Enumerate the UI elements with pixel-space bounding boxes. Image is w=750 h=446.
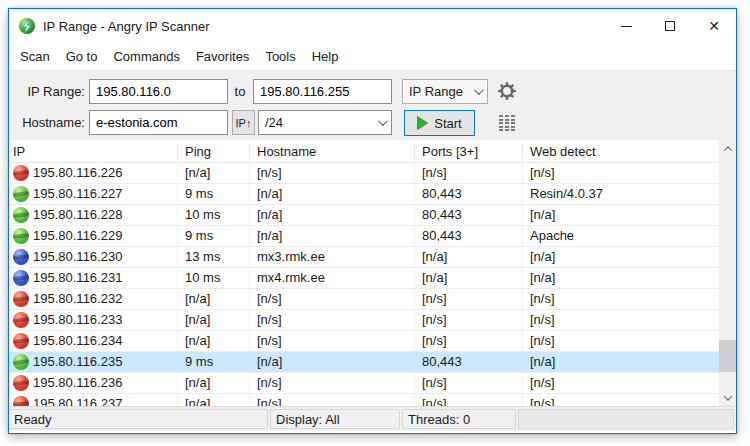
web-detect-cell: Resin/4.0.37 xyxy=(523,184,719,204)
ip-cell: 195.80.116.237 xyxy=(33,394,122,406)
column-header[interactable]: Ports [3+] xyxy=(415,144,523,159)
ping-cell: [n/a] xyxy=(178,310,250,330)
table-row[interactable]: 195.80.116.232 [n/a] [n/s] [n/s] [n/s] xyxy=(9,289,736,310)
ping-cell: [n/a] xyxy=(178,163,250,183)
ping-cell: [n/a] xyxy=(178,289,250,309)
ping-cell: [n/a] xyxy=(178,394,250,406)
ping-cell: 9 ms xyxy=(178,184,250,204)
menu-item-favorites[interactable]: Favorites xyxy=(188,45,257,68)
ping-cell: 9 ms xyxy=(178,352,250,372)
table-row[interactable]: 195.80.116.227 9 ms [n/a] 80,443 Resin/4… xyxy=(9,184,736,205)
ip-cell: 195.80.116.228 xyxy=(33,205,122,225)
table-row[interactable]: 195.80.116.230 13 ms mx3.rmk.ee [n/a] [n… xyxy=(9,247,736,268)
feed-type-select[interactable]: IP Range xyxy=(402,79,488,104)
table-row[interactable]: 195.80.116.236 [n/a] [n/s] [n/s] [n/s] xyxy=(9,373,736,394)
hostname-cell: mx4.rmk.ee xyxy=(250,268,415,288)
start-button[interactable]: Start xyxy=(404,110,475,136)
close-icon: ✕ xyxy=(708,19,720,33)
ports-cell: [n/s] xyxy=(415,163,523,183)
column-header[interactable]: Hostname xyxy=(250,144,415,159)
menu-item-commands[interactable]: Commands xyxy=(105,45,187,68)
menu-item-help[interactable]: Help xyxy=(304,45,347,68)
table-row[interactable]: 195.80.116.226 [n/a] [n/s] [n/s] [n/s] xyxy=(9,163,736,184)
hostname-cell: [n/a] xyxy=(250,205,415,225)
hostname-cell: mx3.rmk.ee xyxy=(250,247,415,267)
menu-item-scan[interactable]: Scan xyxy=(12,45,58,68)
hostname-cell: [n/a] xyxy=(250,226,415,246)
hostname-input[interactable] xyxy=(89,110,228,135)
chevron-down-icon xyxy=(723,392,731,400)
table-row[interactable]: 195.80.116.234 [n/a] [n/s] [n/s] [n/s] xyxy=(9,331,736,352)
host-status-icon xyxy=(13,207,29,223)
status-bar: Ready Display: All Threads: 0 xyxy=(9,406,736,431)
ip-cell: 195.80.116.233 xyxy=(33,310,122,330)
table-row[interactable]: 195.80.116.231 10 ms mx4.rmk.ee [n/a] [n… xyxy=(9,268,736,289)
host-status-icon xyxy=(13,333,29,349)
scrollbar-thumb[interactable] xyxy=(719,340,736,372)
ports-cell: 80,443 xyxy=(415,352,523,372)
scroll-up-button[interactable] xyxy=(719,140,736,157)
ip-cell: 195.80.116.236 xyxy=(33,373,122,393)
status-threads: Threads: 0 xyxy=(402,409,516,429)
ping-cell: [n/a] xyxy=(178,373,250,393)
ip-up-button[interactable]: IP↑ xyxy=(232,110,255,135)
table-row[interactable]: 195.80.116.235 9 ms [n/a] 80,443 [n/a] xyxy=(9,352,736,373)
feed-type-value: IP Range xyxy=(409,84,463,99)
preferences-button[interactable] xyxy=(496,80,518,102)
title-bar[interactable]: IP Range - Angry IP Scanner ✕ xyxy=(9,9,736,43)
vertical-scrollbar[interactable] xyxy=(719,140,736,406)
netmask-value: /24 xyxy=(265,115,283,130)
host-status-icon xyxy=(13,249,29,265)
ping-cell: [n/a] xyxy=(178,331,250,351)
ports-cell: 80,443 xyxy=(415,205,523,225)
hostname-cell: [n/a] xyxy=(250,352,415,372)
ip-range-to-input[interactable] xyxy=(253,79,392,104)
ports-cell: 80,443 xyxy=(415,184,523,204)
ping-cell: 10 ms xyxy=(178,205,250,225)
web-detect-cell: [n/s] xyxy=(523,163,719,183)
ports-cell: [n/s] xyxy=(415,310,523,330)
fetchers-button[interactable] xyxy=(496,112,518,134)
chevron-up-icon xyxy=(723,146,731,154)
host-status-icon xyxy=(13,228,29,244)
maximize-button[interactable] xyxy=(648,9,692,43)
ports-cell: [n/s] xyxy=(415,373,523,393)
web-detect-cell: Apache xyxy=(523,226,719,246)
close-button[interactable]: ✕ xyxy=(692,9,736,43)
maximize-icon xyxy=(665,21,675,31)
host-status-icon xyxy=(13,270,29,286)
ip-range-label: IP Range: xyxy=(13,79,85,104)
menu-item-tools[interactable]: Tools xyxy=(257,45,303,68)
table-row[interactable]: 195.80.116.237 [n/a] [n/s] [n/s] [n/s] xyxy=(9,394,736,406)
ports-cell: [n/s] xyxy=(415,331,523,351)
ports-cell: [n/s] xyxy=(415,394,523,406)
menu-item-go-to[interactable]: Go to xyxy=(58,45,106,68)
ip-cell: 195.80.116.231 xyxy=(33,268,122,288)
table-row[interactable]: 195.80.116.233 [n/a] [n/s] [n/s] [n/s] xyxy=(9,310,736,331)
column-header[interactable]: Ping xyxy=(178,144,250,159)
ports-cell: 80,443 xyxy=(415,226,523,246)
minimize-icon xyxy=(621,26,632,27)
hostname-label: Hostname: xyxy=(13,110,85,135)
column-header[interactable]: Web detect xyxy=(523,144,719,159)
host-status-icon xyxy=(13,186,29,202)
scroll-down-button[interactable] xyxy=(719,389,736,406)
ip-range-from-input[interactable] xyxy=(89,79,228,104)
column-header[interactable]: IP xyxy=(9,144,178,159)
table-row[interactable]: 195.80.116.229 9 ms [n/a] 80,443 Apache xyxy=(9,226,736,247)
ip-cell: 195.80.116.229 xyxy=(33,226,122,246)
ports-cell: [n/a] xyxy=(415,268,523,288)
web-detect-cell: [n/s] xyxy=(523,331,719,351)
host-status-icon xyxy=(13,291,29,307)
ports-cell: [n/s] xyxy=(415,289,523,309)
status-display-filter[interactable]: Display: All xyxy=(270,409,400,429)
web-detect-cell: [n/a] xyxy=(523,352,719,372)
host-status-icon xyxy=(13,312,29,328)
angry-ip-scanner-logo-icon xyxy=(18,17,36,35)
to-label: to xyxy=(230,79,250,104)
minimize-button[interactable] xyxy=(604,9,648,43)
netmask-combobox[interactable]: /24 xyxy=(258,110,392,135)
web-detect-cell: [n/a] xyxy=(523,268,719,288)
ip-cell: 195.80.116.234 xyxy=(33,331,122,351)
table-row[interactable]: 195.80.116.228 10 ms [n/a] 80,443 [n/a] xyxy=(9,205,736,226)
